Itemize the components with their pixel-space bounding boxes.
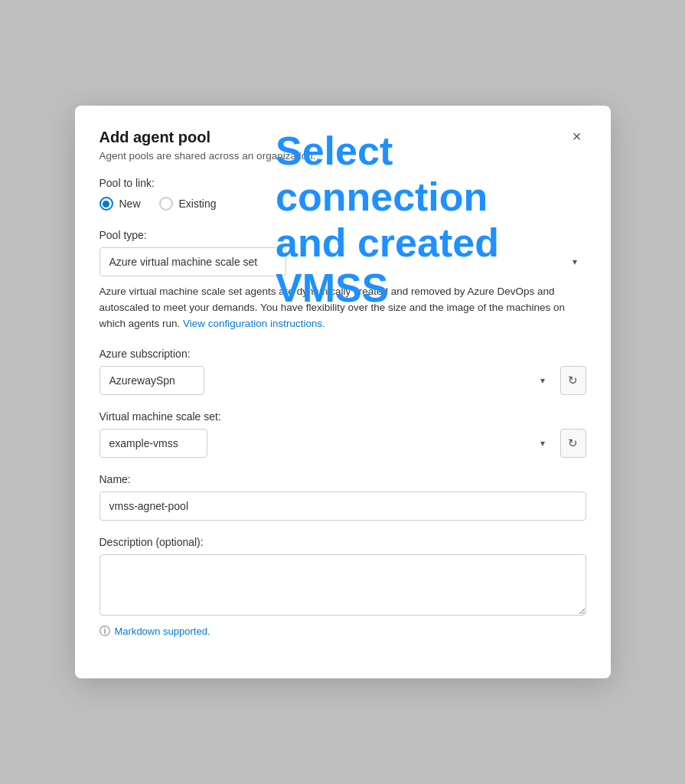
azure-subscription-field-wrapper: AzurewaySpn ▾ [99,366,554,395]
pool-type-chevron-icon: ▾ [572,256,577,267]
azure-subscription-refresh-button[interactable]: ↻ [560,366,586,395]
pool-type-desc-text: Azure virtual machine scale set agents a… [99,286,566,329]
pool-type-select[interactable]: Azure virtual machine scale set [99,247,286,276]
pool-type-select-wrapper: Azure virtual machine scale set ▾ [99,247,586,276]
close-button[interactable]: × [568,127,586,145]
description-label: Description (optional): [99,536,586,548]
view-config-link[interactable]: View configuration instructions. [183,318,325,329]
modal-title: Add agent pool [99,127,316,147]
description-textarea[interactable] [99,554,586,616]
azure-subscription-label: Azure subscription: [99,348,586,360]
pool-to-link-radio-group: New Existing [99,197,586,211]
radio-option-new[interactable]: New [99,197,141,211]
pool-to-link-label: Pool to link: [99,177,586,189]
radio-label-existing: Existing [179,198,217,210]
markdown-note: ⓘ Markdown supported. [99,625,586,639]
pool-type-section: Pool type: Azure virtual machine scale s… [99,229,586,332]
azure-subscription-select-wrapper: AzurewaySpn ▾ ↻ [99,366,586,395]
modal-header: Add agent pool Agent pools are shared ac… [99,127,586,162]
vmss-section: Virtual machine scale set: example-vmss … [99,410,586,458]
radio-option-existing[interactable]: Existing [159,197,217,211]
pool-type-label: Pool type: [99,229,586,241]
radio-circle-existing [159,197,173,211]
pool-to-link-section: Pool to link: New Existing [99,177,586,211]
radio-label-new: New [119,198,141,210]
azure-subscription-select[interactable]: AzurewaySpn [99,366,204,395]
markdown-link[interactable]: Markdown supported. [115,626,210,637]
add-agent-pool-modal: Add agent pool Agent pools are shared ac… [75,106,611,678]
markdown-info-icon: ⓘ [99,625,110,639]
azure-subscription-chevron-icon: ▾ [540,375,545,386]
description-section: Description (optional): ⓘ Markdown suppo… [99,536,586,639]
pool-type-field-wrapper: Azure virtual machine scale set ▾ [99,247,586,276]
modal-subtitle: Agent pools are shared across an organiz… [99,150,316,162]
vmss-chevron-icon: ▾ [540,438,545,449]
azure-subscription-section: Azure subscription: AzurewaySpn ▾ ↻ [99,348,586,395]
vmss-select[interactable]: example-vmss [99,429,207,458]
vmss-refresh-button[interactable]: ↻ [560,429,586,458]
vmss-label: Virtual machine scale set: [99,410,586,423]
modal-title-block: Add agent pool Agent pools are shared ac… [99,127,316,162]
radio-circle-new [99,197,113,211]
pool-type-description: Azure virtual machine scale set agents a… [99,284,586,332]
vmss-select-wrapper: example-vmss ▾ ↻ [99,429,586,458]
name-label: Name: [99,473,586,485]
name-input[interactable] [99,492,586,521]
name-section: Name: [99,473,586,521]
vmss-field-wrapper: example-vmss ▾ [99,429,554,458]
